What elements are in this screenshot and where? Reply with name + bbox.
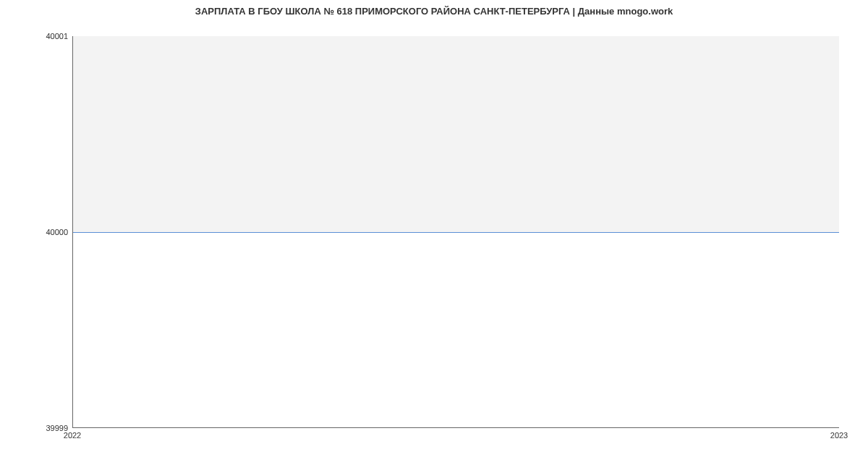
chart-container: ЗАРПЛАТА В ГБОУ ШКОЛА № 618 ПРИМОРСКОГО … [0, 0, 868, 470]
area-fill [73, 36, 839, 232]
chart-title: ЗАРПЛАТА В ГБОУ ШКОЛА № 618 ПРИМОРСКОГО … [0, 6, 868, 17]
x-tick-left: 2022 [64, 431, 81, 440]
plot-area [72, 36, 839, 428]
y-tick-mid: 40000 [46, 228, 68, 236]
data-line [73, 232, 839, 233]
y-tick-top: 40001 [46, 32, 68, 40]
x-tick-right: 2023 [830, 431, 848, 440]
